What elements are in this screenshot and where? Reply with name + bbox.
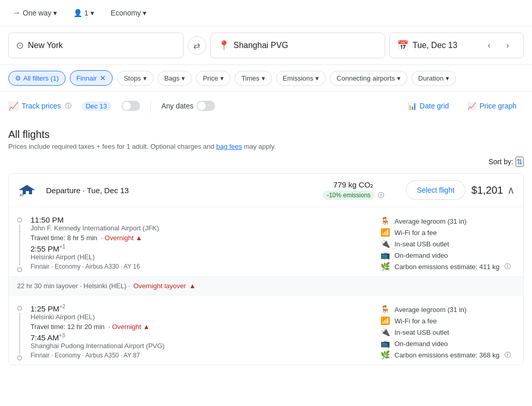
chevron-down-icon: ▾	[181, 74, 185, 82]
expand-icon[interactable]: ∧	[507, 184, 515, 196]
co2-value: 779 kg CO₂	[307, 180, 400, 190]
leg-1-amenities: 🪑 Average legroom (31 in) 📶 Wi-Fi for a …	[381, 215, 515, 272]
flight-info: Departure · Tue, Dec 13	[46, 186, 307, 195]
subtitle-text: Prices include required taxes + fees for…	[8, 143, 215, 150]
calendar-icon: 📅	[397, 40, 408, 51]
track-prices-label: Track prices	[22, 102, 61, 110]
leg-2-details: 1:25 PM+2 Helsinki Airport (HEL) Travel …	[31, 304, 372, 361]
origin-icon: ⊙	[16, 40, 24, 51]
flight-card-header[interactable]: AY Departure · Tue, Dec 13 779 kg CO₂ -1…	[9, 174, 523, 207]
price-filter-button[interactable]: Price ▾	[196, 71, 231, 86]
track-prices-section[interactable]: 📈 Track prices ⓘ	[8, 101, 71, 111]
origin-input[interactable]	[28, 41, 176, 50]
sort-by-label: Sort by:	[489, 158, 513, 166]
arrive-superscript: +1	[59, 244, 65, 249]
passengers-selector[interactable]: 👤 1 ▾	[69, 6, 98, 20]
date-grid-button[interactable]: 📊 Date grid	[401, 98, 457, 114]
all-filters-button[interactable]: ⚙ All filters (1)	[8, 71, 66, 86]
amenity-video-2: 📺 On-demand video	[381, 338, 515, 349]
timeline-dot-arrive-2	[17, 355, 22, 361]
destination-input[interactable]	[234, 41, 378, 50]
leg-2-overnight: Overnight	[112, 323, 141, 331]
person-icon: 👤	[73, 9, 82, 17]
bag-fees-link[interactable]: bag fees	[216, 143, 242, 150]
bags-filter-button[interactable]: Bags ▾	[158, 71, 192, 86]
origin-field[interactable]: ⊙	[8, 33, 184, 58]
leg-2-airline: Finnair · Economy · Airbus A350 · AY 87	[31, 352, 372, 359]
chevron-down-icon: ▾	[53, 9, 57, 17]
price-label: Price	[203, 74, 218, 82]
connecting-airports-label: Connecting airports	[337, 74, 395, 82]
airline-logo: AY	[17, 180, 38, 200]
any-dates-label: Any dates	[161, 102, 193, 110]
leg1-co2-info-icon[interactable]: ⓘ	[505, 262, 511, 271]
times-filter-button[interactable]: Times ▾	[235, 71, 272, 86]
track-prices-info-icon[interactable]: ⓘ	[65, 102, 71, 111]
adjustments-icon: ⚙	[15, 74, 21, 82]
timeline-dot-depart	[17, 217, 22, 223]
video-icon-2: 📺	[381, 339, 390, 348]
wifi-icon-2: 📶	[381, 316, 390, 325]
any-dates-section: Any dates	[161, 101, 215, 111]
leg-1-arrive-time: 2:55 PM+1	[31, 244, 372, 253]
view-options: 📊 Date grid 📈 Price graph	[401, 98, 524, 114]
cabin-class-selector[interactable]: Economy ▾	[107, 6, 150, 20]
amenity-legroom-2: 🪑 Average legroom (31 in)	[381, 304, 515, 315]
sort-button[interactable]: ⇅	[515, 157, 524, 167]
co2-badge: -10% emissions	[323, 191, 375, 200]
svg-text:AY: AY	[20, 193, 24, 197]
select-flight-button[interactable]: Select flight	[406, 180, 465, 200]
co2-icon: 🌿	[381, 262, 390, 271]
flight-header-date: Departure · Tue, Dec 13	[46, 186, 129, 195]
leg-2-travel-time: Travel time: 12 hr 20 min · Overnight ▲	[31, 323, 372, 331]
finnair-filter-label: Finnair	[77, 74, 97, 82]
prev-date-button[interactable]: ‹	[481, 37, 497, 54]
finnair-filter-button[interactable]: Finnair ✕	[70, 70, 113, 86]
track-dates-toggle[interactable]	[121, 101, 140, 111]
co2-info-icon[interactable]: ⓘ	[378, 192, 384, 199]
leg-1-depart-airport: John F. Kennedy International Airport (J…	[31, 224, 372, 232]
leg-2-amenities: 🪑 Average legroom (31 in) 📶 Wi-Fi for a …	[381, 304, 515, 361]
trip-type-selector[interactable]: → One way ▾	[8, 5, 61, 21]
arrow-icon: →	[12, 8, 21, 18]
leg2-co2-info-icon[interactable]: ⓘ	[505, 351, 511, 360]
trend-line-icon: 📈	[8, 101, 19, 111]
emissions-label: Emissions	[283, 74, 313, 82]
flight-price: $1,201	[472, 184, 503, 196]
leg-2-arrive-airport: Shanghai Pudong International Airport (P…	[31, 342, 372, 350]
date-field[interactable]: 📅 Tue, Dec 13 ‹ ›	[389, 33, 524, 58]
emissions-filter-button[interactable]: Emissions ▾	[276, 71, 326, 86]
flight-card: AY Departure · Tue, Dec 13 779 kg CO₂ -1…	[8, 173, 524, 365]
track-bar: 📈 Track prices ⓘ Dec 13 Any dates 📊 Date…	[0, 91, 532, 120]
passengers-label: 1	[84, 9, 88, 17]
next-date-button[interactable]: ›	[499, 37, 516, 54]
timeline-line-2	[19, 313, 20, 353]
leg-1-details: 11:50 PM John F. Kennedy International A…	[31, 215, 372, 272]
amenity-legroom: 🪑 Average legroom (31 in)	[381, 215, 515, 227]
date-grid-label: Date grid	[420, 102, 449, 110]
leg-timeline-2	[17, 304, 22, 361]
any-dates-toggle[interactable]	[196, 101, 215, 111]
all-filters-label: All filters (1)	[23, 74, 59, 82]
leg-1-airline: Finnair · Economy · Airbus A330 · AY 16	[31, 263, 372, 270]
destination-field[interactable]: 📍	[210, 33, 386, 58]
price-graph-icon: 📈	[467, 102, 476, 110]
finnair-remove-icon[interactable]: ✕	[100, 74, 106, 82]
price-graph-button[interactable]: 📈 Price graph	[460, 98, 524, 114]
timeline-dot-arrive	[17, 267, 22, 272]
swap-button[interactable]: ⇄	[188, 36, 206, 55]
stops-filter-button[interactable]: Stops ▾	[117, 71, 153, 86]
duration-filter-button[interactable]: Duration ▾	[412, 71, 456, 86]
leg-1-arrive-airport: Helsinki Airport (HEL)	[31, 253, 372, 261]
warning-icon: ▲	[135, 234, 142, 242]
flights-header: All flights Prices include required taxe…	[0, 120, 532, 154]
layover-warning-icon: ▲	[189, 282, 196, 290]
separator	[150, 99, 151, 113]
connecting-airports-filter-button[interactable]: Connecting airports ▾	[330, 71, 407, 86]
all-flights-title: All flights	[8, 129, 524, 140]
leg-2-depart-time: 1:25 PM+2	[31, 304, 372, 313]
chevron-down-icon: ▾	[397, 74, 401, 82]
layover-row: 22 hr 30 min layover · Helsinki (HEL) · …	[9, 276, 523, 295]
stops-label: Stops	[124, 74, 141, 82]
flight-date-row: Departure · Tue, Dec 13	[46, 186, 307, 195]
